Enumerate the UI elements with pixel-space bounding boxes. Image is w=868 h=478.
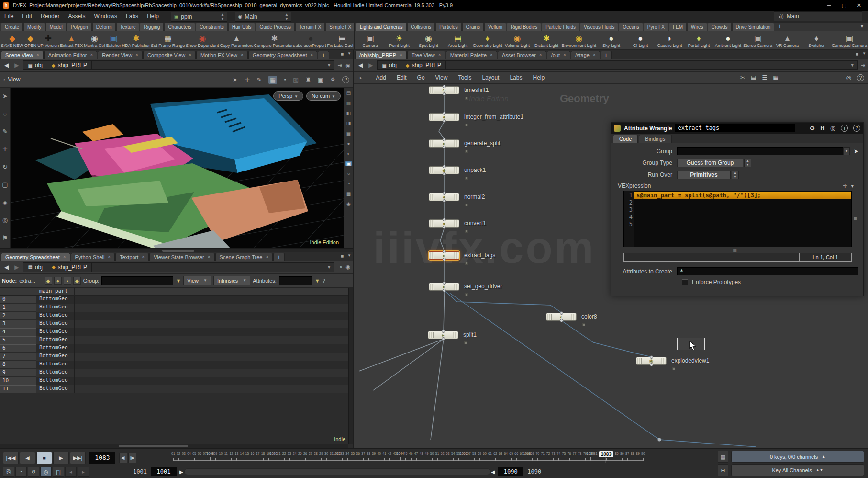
shelf-tab-viscous-fluids[interactable]: Viscous Fluids — [580, 23, 618, 31]
path-chip-obj[interactable]: ▦obj — [378, 61, 401, 69]
persp-selector[interactable]: Persp▼ — [273, 91, 303, 101]
step-forward-button[interactable]: |▶ — [128, 453, 136, 463]
node-integer-from-attribute1[interactable]: ● — [429, 113, 459, 121]
resize-grip-icon[interactable]: ▦ — [854, 216, 857, 221]
spinner-icon[interactable]: ▲▼ — [732, 171, 739, 179]
column-header-main-part[interactable]: main_part — [36, 288, 75, 295]
run-over-select[interactable]: Primitives — [677, 171, 731, 179]
display-option-icon-0[interactable]: ▤ — [346, 91, 351, 96]
node-flag-left[interactable] — [430, 114, 434, 120]
cell-main-part[interactable]: BottomGeo — [36, 320, 75, 328]
pane-maximize-icon[interactable]: ■ — [341, 253, 344, 259]
shelf-tab-characters[interactable]: Characters — [164, 23, 195, 31]
node-flag-right[interactable] — [454, 114, 458, 120]
minimize-button[interactable]: ─ — [827, 2, 831, 9]
close-icon[interactable]: × — [142, 253, 145, 261]
close-icon[interactable]: × — [63, 253, 66, 261]
shelf-tool-up-version[interactable]: ✚UP Version — [37, 31, 59, 49]
node-value[interactable]: extra... — [19, 278, 35, 284]
spinner-icon[interactable]: ▲▼ — [744, 159, 751, 167]
ppm-selector[interactable]: ▣ ppm ▲▼ — [171, 12, 227, 22]
display-option-icon-1[interactable]: ▥ — [346, 101, 351, 106]
jump-start-button[interactable]: |◀◀ — [3, 452, 19, 464]
node-template-badge[interactable] — [464, 341, 467, 344]
node-template-badge[interactable] — [465, 177, 468, 180]
range-end-field[interactable]: 1090 — [498, 467, 523, 476]
range-end-handle[interactable]: ◀ — [491, 469, 495, 475]
group-filter-icon[interactable]: ▼ — [176, 278, 181, 284]
play-button[interactable]: ▶ — [53, 452, 69, 464]
shelf-tab-hair-utils[interactable]: Hair Utils — [228, 23, 256, 31]
group-type-select[interactable]: Guess from Group — [677, 159, 743, 167]
shelf-tool-point-light[interactable]: ☀Point Light — [385, 31, 413, 49]
back-arrow-icon[interactable]: ◀ — [3, 62, 10, 68]
shelf-tab-collisions[interactable]: Collisions — [407, 23, 435, 31]
sheet-help-icon[interactable]: ? — [323, 278, 325, 284]
shelf-tool-save-new[interactable]: ◆SAVE NEW — [1, 31, 23, 49]
display-options-icon[interactable]: ⚙ — [330, 76, 335, 83]
pose-tool-icon[interactable]: ◈ — [3, 199, 8, 206]
jump-end-button[interactable]: ▶▶| — [70, 452, 86, 464]
node-unpack1[interactable]: ◆ — [429, 166, 459, 174]
spreadsheet-hscrollbar[interactable] — [0, 444, 348, 448]
node-color8[interactable]: ◐ — [546, 313, 577, 321]
row-index[interactable]: 8 — [0, 361, 36, 369]
shelf-tool-abc-userpropert[interactable]: ●abc userPropert — [295, 31, 326, 49]
edit-mode-icon[interactable]: ✎ — [256, 76, 262, 83]
path-dropdown-icon[interactable]: ▼ — [324, 265, 334, 270]
row-index[interactable]: 6 — [0, 344, 36, 353]
close-icon[interactable]: × — [208, 253, 211, 261]
node-flag-right[interactable] — [454, 220, 458, 227]
network-menu-view[interactable]: View — [430, 72, 453, 84]
shelf-tool-vr-camera[interactable]: ▲VR Camera — [773, 31, 801, 49]
shelf-tab-guide-process[interactable]: Guide Process — [256, 23, 295, 31]
add-tab-button[interactable]: + — [318, 51, 329, 59]
shelf-tab-oceans[interactable]: Oceans — [619, 23, 643, 31]
tab-stage[interactable]: /stage× — [571, 51, 600, 59]
attributes-filter-icon[interactable]: ▼ — [315, 278, 320, 284]
node-template-badge[interactable] — [465, 204, 468, 206]
next-key-button[interactable]: ▸ — [78, 467, 89, 477]
menu-windows[interactable]: Windows — [89, 11, 122, 23]
cell-main-part[interactable]: BottomGeo — [36, 296, 75, 304]
pin-icon[interactable]: ⇥ — [861, 62, 865, 68]
shelf-tool-portal-light[interactable]: ♦Portal Light — [685, 31, 713, 49]
tab-obj-ship-prep[interactable]: /obj/ship_PREP× — [355, 51, 407, 59]
view-select[interactable]: View▼ — [183, 276, 211, 285]
node-extract-tags[interactable]: ▸ — [429, 251, 459, 260]
back-arrow-icon[interactable]: ◀ — [357, 62, 364, 68]
brush-icon[interactable]: ✎ — [2, 128, 8, 135]
close-icon[interactable]: × — [539, 51, 542, 59]
pane-menu-icon[interactable]: ▼ — [347, 51, 351, 57]
tab-animation-editor[interactable]: Animation Editor× — [44, 51, 98, 59]
tab-geometry-spreadsheet[interactable]: Geometry Spreadsheet× — [248, 51, 318, 59]
shelf-tool-camera[interactable]: ▣Camera — [356, 31, 384, 49]
gear-icon[interactable]: ⚙ — [810, 125, 815, 132]
lasso-select-icon[interactable]: ◌ — [3, 110, 7, 117]
audio-icon[interactable]: ◔ — [15, 467, 27, 477]
node-explodedview1[interactable]: ◉ — [636, 357, 667, 365]
spinner-icon[interactable]: ▲▼ — [285, 12, 288, 21]
node-template-badge[interactable] — [465, 230, 468, 233]
tab-render-view[interactable]: Render View× — [98, 51, 143, 59]
node-flag-left[interactable] — [430, 252, 434, 259]
tab-asset-browser[interactable]: Asset Browser× — [498, 51, 546, 59]
menu-file[interactable]: File — [0, 11, 18, 23]
close-icon[interactable]: × — [438, 51, 441, 59]
select-arrow-icon[interactable]: ➤ — [2, 92, 8, 100]
path-chip-ship-prep[interactable]: ◆ship_PREP — [401, 61, 446, 69]
scene-viewport[interactable]: ➤◌✎✛↻▢◈◎⚑▣ — [0, 88, 353, 248]
menu-help[interactable]: Help — [143, 11, 163, 23]
row-index[interactable]: 11 — [0, 385, 36, 393]
tab-tree-view[interactable]: Tree View× — [407, 51, 445, 59]
row-index[interactable]: 4 — [0, 328, 36, 336]
tab-scene-view[interactable]: Scene View× — [1, 51, 44, 59]
attributes-to-create-input[interactable]: * — [677, 267, 858, 275]
back-arrow-icon[interactable]: ◀ — [3, 264, 10, 271]
notes-icon[interactable]: ▤ — [751, 74, 756, 81]
menu-render[interactable]: Render — [36, 11, 64, 23]
close-icon[interactable]: × — [266, 253, 268, 261]
shelf-tool-hda-publisher[interactable]: ✱HDA Publisher — [122, 31, 150, 49]
select-mode-icon[interactable]: ➤ — [233, 76, 238, 83]
node-flag-right[interactable] — [454, 194, 458, 200]
